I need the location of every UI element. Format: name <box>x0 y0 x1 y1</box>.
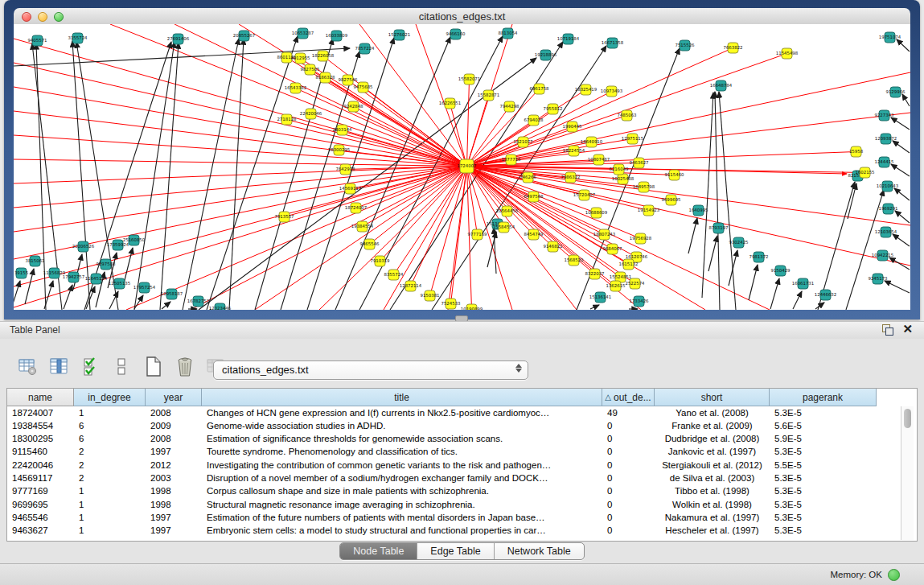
cell-pagerank: 5.3E-5 <box>770 525 877 538</box>
network-canvas[interactable]: 9405571315572427691406208552671065328716… <box>14 24 910 310</box>
graph-node-label: 16648784 <box>710 83 733 88</box>
graph-node-label: 15582071 <box>458 76 480 81</box>
graph-node-label: 14569117 <box>339 186 361 191</box>
graph-node-label: 1568520 <box>564 257 584 262</box>
scrollbar-thumb[interactable] <box>904 409 911 428</box>
cell-pagerank: 5.5E-5 <box>770 459 877 472</box>
graph-node-label: 8355724 <box>384 272 404 277</box>
cell-year: 1997 <box>146 511 202 524</box>
graph-node-label: 9699695 <box>661 197 680 202</box>
table-row[interactable]: 946554611997Estimation of the future num… <box>7 511 917 524</box>
table-row[interactable]: 969969511998Structural magnetic resonanc… <box>7 498 917 511</box>
cell-out_de: 0 <box>602 472 655 484</box>
graph-node-label: 1362615 <box>606 283 625 288</box>
graph-node-label: 1640995 <box>688 208 708 212</box>
network-window-titlebar[interactable]: citations_edges.txt <box>14 8 910 25</box>
cell-year: 1997 <box>146 446 202 459</box>
graph-node-label: 6216049 <box>609 167 629 171</box>
column-header-in_degree[interactable]: in_degree <box>74 389 146 406</box>
dropdown-arrows-icon <box>515 364 522 373</box>
delete-icon[interactable] <box>175 356 195 377</box>
graph-node-label: 10958187 <box>161 291 183 296</box>
cell-in_degree: 1 <box>74 498 146 511</box>
show-columns-icon[interactable] <box>49 356 70 377</box>
cell-year: 2012 <box>146 459 202 472</box>
graph-node-label: 9245173 <box>868 276 887 281</box>
graph-node-label: 17957254 <box>133 285 156 290</box>
tab-node-table[interactable]: Node Table <box>340 543 417 559</box>
graph-node-label: 10807487 <box>588 157 610 162</box>
graph-node-label: 9777169 <box>467 232 487 237</box>
graph-node-label: 18300295 <box>328 147 350 152</box>
graph-node-label: 18724007 <box>345 205 367 210</box>
graph-node-label: 19384554 <box>351 224 374 229</box>
new-file-icon[interactable] <box>143 356 164 377</box>
graph-node-label: 1733426 <box>629 299 649 303</box>
graph-node-label: 1621077 <box>513 139 532 144</box>
clear-selection-icon[interactable] <box>112 356 133 377</box>
graph-node-label: 10973493 <box>601 89 622 93</box>
graph-node-label: 10210643 <box>877 183 898 188</box>
cell-name: 18300295 <box>7 433 74 446</box>
column-header-name[interactable]: name <box>7 389 74 406</box>
select-rows-icon[interactable] <box>80 356 101 377</box>
graph-node-label: 12446632 <box>815 292 836 297</box>
graph-node-label: 10025488 <box>612 176 634 181</box>
cell-name: 22420046 <box>7 459 74 472</box>
graph-node-label: 18325419 <box>575 87 598 92</box>
table-selector-value: citations_edges.txt <box>222 364 309 376</box>
table-row[interactable]: 911546021997Tourette syndrome. Phenomeno… <box>7 446 917 459</box>
table-row[interactable]: 977716911998Corpus callosum shape and si… <box>7 485 917 498</box>
cell-out_de: 0 <box>602 525 655 538</box>
status-bar: Memory: OK <box>0 563 924 585</box>
citation-network-graph[interactable]: 9405571315572427691406208552671065328716… <box>14 24 910 310</box>
graph-node-label: 9463627 <box>629 160 648 165</box>
table-selector-dropdown[interactable]: citations_edges.txt <box>213 360 528 380</box>
graph-node-label: 7981372 <box>749 254 768 259</box>
column-header-short[interactable]: short <box>655 389 770 406</box>
cell-in_degree: 1 <box>74 406 146 419</box>
graph-node-label: 7910319 <box>370 258 390 263</box>
cell-name: 9463627 <box>7 525 74 538</box>
tab-edge-table[interactable]: Edge Table <box>417 543 494 559</box>
graph-node-label: 10190899 <box>461 307 483 310</box>
node-table: namein_degreeyeartitle△out_de...shortpag… <box>6 388 918 542</box>
cell-pagerank: 5.3E-5 <box>770 472 877 484</box>
table-row[interactable]: 1456911722003Disruption of a novel membe… <box>7 472 917 484</box>
table-type-tabs: Node TableEdge TableNetwork Table <box>0 542 924 560</box>
graph-node-label: 25160850 <box>123 237 146 242</box>
table-scrollbar[interactable] <box>901 406 914 540</box>
column-header-out_de[interactable]: △out_de... <box>602 389 655 406</box>
cell-name: 9699695 <box>7 498 74 511</box>
graph-node-label: 7913557 <box>274 214 294 219</box>
network-window-title: citations_edges.txt <box>14 10 910 23</box>
column-header-pagerank[interactable]: pagerank <box>770 389 877 406</box>
column-header-title[interactable]: title <box>202 389 602 406</box>
graph-node-label: 12323446 <box>209 306 232 310</box>
close-panel-icon[interactable]: ✕ <box>902 323 913 335</box>
cell-short: de Silva et al. (2003) <box>655 472 770 484</box>
graph-node-label: 10719184 <box>557 36 580 41</box>
cell-out_de: 0 <box>602 485 655 498</box>
table-row[interactable]: 2242004622012Investigating the contribut… <box>7 459 917 472</box>
column-header-year[interactable]: year <box>146 389 202 406</box>
cell-out_de: 0 <box>602 459 655 472</box>
table-row[interactable]: 1830029562008Estimation of significance … <box>7 433 917 446</box>
table-row[interactable]: 1872400712008Changes of HCN gene express… <box>7 406 917 419</box>
graph-node-label: 9146821 <box>543 244 562 249</box>
cell-name: 14569117 <box>7 472 74 484</box>
graph-node-label: 1724007 <box>457 163 476 168</box>
table-row[interactable]: 1938455462009Genome-wide association stu… <box>7 419 917 432</box>
table-row[interactable]: 946362711997Embryonic stem cells: a mode… <box>7 525 917 538</box>
graph-node-label: 12103654 <box>875 229 897 234</box>
cell-pagerank: 5.6E-5 <box>770 419 877 432</box>
graph-node-label: 9129966 <box>885 89 906 94</box>
graph-node-label: 7857224 <box>355 46 375 51</box>
float-panel-icon[interactable] <box>881 323 893 335</box>
cell-title: Investigating the contribution of common… <box>202 459 602 472</box>
tab-network-table[interactable]: Network Table <box>495 543 584 559</box>
graph-node-label: 10653287 <box>292 31 314 35</box>
table-options-icon[interactable] <box>18 356 39 377</box>
cell-title: Genome-wide association studies in ADHD. <box>202 419 602 432</box>
cell-title: Embryonic stem cells: a model to study s… <box>202 525 602 538</box>
